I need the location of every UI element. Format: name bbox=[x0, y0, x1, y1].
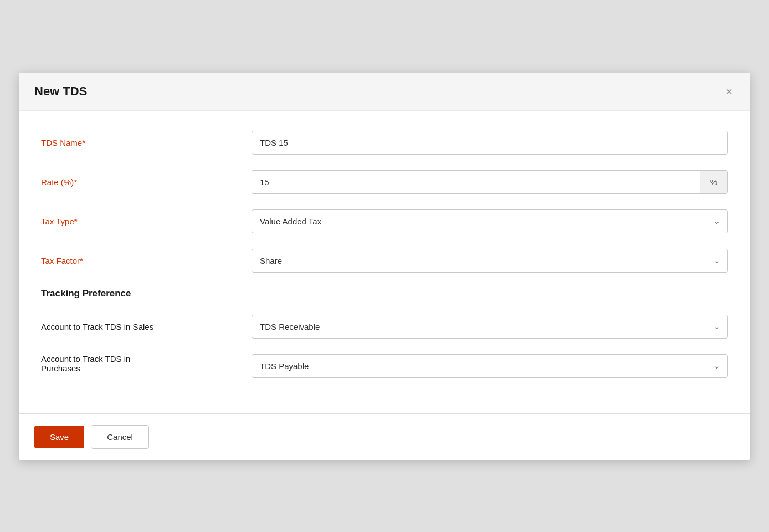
dialog-footer: Save Cancel bbox=[19, 413, 750, 460]
sales-tracking-select-wrapper: TDS Receivable ⌄ bbox=[252, 315, 728, 339]
sales-tracking-select[interactable]: TDS Receivable bbox=[252, 315, 728, 339]
purchases-tracking-label: Account to Track TDS in Purchases bbox=[41, 354, 252, 373]
tds-name-row: TDS Name* bbox=[41, 131, 728, 155]
tax-type-field: Value Added Tax ⌄ bbox=[252, 209, 728, 233]
dialog: New TDS × TDS Name* Rate (%)* % Tax T bbox=[19, 73, 750, 460]
sales-tracking-label: Account to Track TDS in Sales bbox=[41, 322, 252, 331]
tax-type-select-wrapper: Value Added Tax ⌄ bbox=[252, 209, 728, 233]
rate-field: % bbox=[252, 170, 728, 194]
save-button[interactable]: Save bbox=[34, 426, 84, 448]
tax-factor-select[interactable]: Share bbox=[252, 249, 728, 273]
tax-type-row: Tax Type* Value Added Tax ⌄ bbox=[41, 209, 728, 233]
tax-factor-field: Share ⌄ bbox=[252, 249, 728, 273]
sales-tracking-field: TDS Receivable ⌄ bbox=[252, 315, 728, 339]
tax-type-select[interactable]: Value Added Tax bbox=[252, 209, 728, 233]
purchases-tracking-select-wrapper: TDS Payable ⌄ bbox=[252, 354, 728, 378]
tds-name-label: TDS Name* bbox=[41, 138, 252, 147]
tax-type-label: Tax Type* bbox=[41, 217, 252, 226]
tax-factor-label: Tax Factor* bbox=[41, 256, 252, 265]
tracking-preference-heading: Tracking Preference bbox=[41, 288, 728, 299]
rate-input[interactable] bbox=[252, 170, 700, 194]
rate-unit: % bbox=[700, 170, 728, 194]
rate-row: Rate (%)* % bbox=[41, 170, 728, 194]
dialog-title: New TDS bbox=[34, 84, 87, 99]
dialog-header: New TDS × bbox=[19, 73, 750, 111]
rate-label: Rate (%)* bbox=[41, 177, 252, 187]
tds-name-input[interactable] bbox=[252, 131, 728, 155]
sales-tracking-row: Account to Track TDS in Sales TDS Receiv… bbox=[41, 315, 728, 339]
close-icon: × bbox=[726, 85, 732, 98]
cancel-button[interactable]: Cancel bbox=[91, 425, 149, 449]
purchases-tracking-select[interactable]: TDS Payable bbox=[252, 354, 728, 378]
tax-factor-row: Tax Factor* Share ⌄ bbox=[41, 249, 728, 273]
tax-factor-select-wrapper: Share ⌄ bbox=[252, 249, 728, 273]
tds-name-field bbox=[252, 131, 728, 155]
rate-wrapper: % bbox=[252, 170, 728, 194]
purchases-tracking-row: Account to Track TDS in Purchases TDS Pa… bbox=[41, 354, 728, 378]
close-button[interactable]: × bbox=[724, 84, 735, 99]
purchases-tracking-field: TDS Payable ⌄ bbox=[252, 354, 728, 378]
dialog-body: TDS Name* Rate (%)* % Tax Type* Value Ad… bbox=[19, 111, 750, 413]
